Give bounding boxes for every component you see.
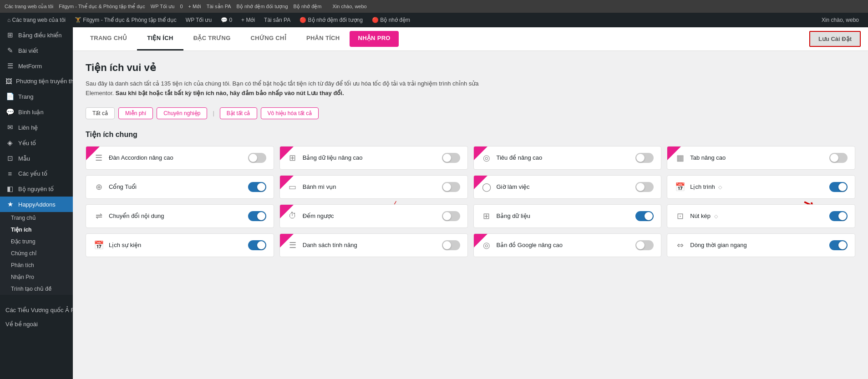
- content-switch-icon: ⇌: [93, 211, 104, 221]
- sidebar-label-metform: MetForm: [18, 63, 42, 70]
- toggle-event-cal[interactable]: [248, 240, 266, 250]
- tab-chung-chi[interactable]: CHỨNG CHỈ: [241, 27, 296, 51]
- toggle-h-timeline[interactable]: [829, 240, 848, 250]
- tab-tien-ich[interactable]: TIỆN ÍCH: [137, 27, 183, 51]
- sidebar-sub-label-nhan-pro: Nhận Pro: [11, 274, 34, 280]
- calendar-sub: ◇: [718, 184, 722, 190]
- event-cal-icon: 📅: [93, 240, 104, 250]
- sidebar-item-dashboard[interactable]: ⊞ Bảng điều khiển: [0, 27, 73, 43]
- sidebar-sub-theme[interactable]: Trình tạo chủ đề: [0, 283, 73, 295]
- admin-bar-fitgym[interactable]: 🏋 Fitgym - Thể dục & Phòng tập thể dục: [71, 13, 180, 27]
- widget-card-calendar: 📅 Lịch trình ◇: [667, 175, 855, 199]
- widget-grid-row4: 📅 Lịch sự kiện ☰ Danh sách tính năng: [86, 233, 855, 257]
- widget-name-google-map: Bản đồ Google nâng cao: [497, 242, 563, 248]
- browser-tab-2[interactable]: Fitgym - Thể dục & Phòng tập thể dục: [59, 4, 145, 10]
- browser-tab-5[interactable]: + Mới: [188, 4, 201, 10]
- widget-name-content-switch: Chuyển đổi nội dung: [109, 212, 164, 219]
- admin-bar-site[interactable]: ⌂ Các trang web của tôi: [4, 13, 69, 27]
- toggle-biz-hours[interactable]: [635, 182, 654, 192]
- sidebar-item-arab[interactable]: Các Tiểu Vương quốc Ả Rập Thống nhất: [0, 303, 73, 317]
- filter-disable-all[interactable]: Vô hiệu hóa tất cả: [261, 107, 319, 119]
- browser-tab-7[interactable]: Bộ nhớ đệm đối tượng: [237, 4, 288, 10]
- tab-dac-trung[interactable]: ĐẶC TRƯNG: [183, 27, 241, 51]
- sidebar-item-comments[interactable]: 💬 Bình luận: [0, 104, 73, 120]
- all-elements-icon: ≡: [5, 170, 15, 177]
- admin-bar-cache[interactable]: 🔴 Bộ nhớ đệm: [368, 13, 414, 27]
- admin-bar-comments[interactable]: 💬 0: [217, 13, 236, 27]
- sidebar-sub-tien-ich[interactable]: Tiện ích: [0, 224, 73, 236]
- sidebar-item-posts[interactable]: ✎ Bài viết: [0, 43, 73, 58]
- sidebar-label-elements: Yếu tố: [18, 140, 36, 147]
- main-layout: ⊞ Bảng điều khiển ✎ Bài viết ☰ MetForm 🖼…: [0, 27, 868, 379]
- sidebar-item-templates[interactable]: ⊡ Mẫu: [0, 151, 73, 166]
- filter-pro[interactable]: Chuyên nghiệp: [157, 107, 207, 119]
- widget-grid-row3: ⇌ Chuyển đổi nội dung ⏱ Đếm ngược ⊞: [86, 204, 855, 228]
- widget-card-left-h-timeline: ⇔ Dòng thời gian ngang: [675, 240, 746, 250]
- save-button[interactable]: Lưu Cài Đặt: [809, 31, 861, 47]
- widget-card-left-countdown: ⏱ Đếm ngược: [287, 211, 334, 221]
- sidebar-item-pages[interactable]: 📄 Trang: [0, 89, 73, 104]
- sidebar-item-elements[interactable]: ◈ Yếu tố: [0, 135, 73, 151]
- sidebar-label-contact: Liên hệ: [18, 124, 38, 131]
- toggle-accordion[interactable]: [248, 153, 266, 163]
- toggle-feature-list[interactable]: [442, 240, 460, 250]
- filter-enable-all[interactable]: Bật tất cả: [220, 107, 257, 119]
- sidebar-sub-nhan-pro[interactable]: Nhận Pro: [0, 271, 73, 283]
- widget-card-content-switch: ⇌ Chuyển đổi nội dung: [86, 204, 274, 228]
- sidebar-item-all-elements[interactable]: ≡ Các yếu tố: [0, 166, 73, 181]
- calendar-icon: 📅: [675, 182, 685, 192]
- tab-nhan-pro[interactable]: NHẬN PRO: [350, 31, 398, 47]
- pro-badge-breadcrumb: [280, 176, 294, 189]
- admin-bar-new[interactable]: + Mới: [238, 13, 259, 27]
- sidebar-item-media[interactable]: 🖼 Phương tiện truyền thông: [0, 74, 73, 89]
- toggle-google-map[interactable]: [635, 240, 654, 250]
- toggle-data-table[interactable]: [442, 153, 460, 163]
- toggle-dual-btn[interactable]: [829, 211, 848, 221]
- pro-badge-feature-list: [280, 234, 294, 248]
- browser-tab-3[interactable]: WP Tối ưu: [151, 4, 175, 10]
- browser-tab-4[interactable]: 0: [180, 4, 183, 9]
- toggle-tab[interactable]: [829, 153, 848, 163]
- originals-icon: ◧: [5, 185, 15, 193]
- sidebar-sub-phan-tich[interactable]: Phân tích: [0, 259, 73, 271]
- media-icon: 🖼: [5, 77, 12, 85]
- sidebar-item-exterior[interactable]: Về bề ngoài: [0, 317, 73, 331]
- sidebar-item-happyaddons[interactable]: ★ HappyAddons: [0, 197, 73, 212]
- toggle-content-switch[interactable]: [248, 211, 266, 221]
- browser-tab-1[interactable]: Các trang web của tôi: [5, 4, 53, 10]
- toggle-countdown[interactable]: [442, 211, 460, 221]
- widget-name-calendar: Lịch trình ◇: [690, 183, 722, 190]
- toggle-calendar[interactable]: [829, 182, 848, 192]
- filter-free[interactable]: Miễn phí: [118, 107, 153, 119]
- widget-name-event-cal: Lịch sự kiện: [109, 242, 141, 248]
- pages-icon: 📄: [5, 92, 15, 101]
- sidebar-sub-home[interactable]: Trang chủ: [0, 212, 73, 224]
- admin-bar-wp-optimize[interactable]: WP Tối ưu: [182, 13, 215, 27]
- sidebar-sub-dac-trung[interactable]: Đặc trưng: [0, 236, 73, 248]
- admin-bar-cache-obj[interactable]: 🔴 Bộ nhớ đệm đối tượng: [296, 13, 366, 27]
- widget-name-data-table2: Bảng dữ liệu: [497, 212, 531, 219]
- tab-phan-tich[interactable]: PHÂN TÍCH: [296, 27, 350, 51]
- section-title: Tiện ích chung: [86, 130, 855, 139]
- widget-card-tab: ▦ Tab nâng cao: [667, 146, 855, 170]
- browser-tab-6[interactable]: Tài sản PA: [207, 4, 231, 10]
- tab-trang-chu[interactable]: TRANG CHỦ: [80, 27, 137, 51]
- sidebar-item-contact[interactable]: ✉ Liên hệ: [0, 120, 73, 135]
- admin-bar-pa[interactable]: Tài sản PA: [260, 13, 294, 27]
- browser-tab-8[interactable]: Bộ nhớ đệm: [294, 4, 322, 10]
- toggle-data-table2[interactable]: [635, 211, 654, 221]
- widget-card-left-google-map: ◎ Bản đồ Google nâng cao: [481, 240, 563, 250]
- toggle-age-gate[interactable]: [248, 182, 266, 192]
- widget-name-dual-btn: Nút kép ◇: [690, 212, 717, 219]
- toggle-heading[interactable]: [635, 153, 654, 163]
- content-area: Tiện ích vui vẻ Sau đây là danh sách tất…: [73, 51, 868, 273]
- widget-card-left-heading: ◎ Tiêu đề nâng cao: [481, 153, 543, 163]
- dual-btn-sub: ◇: [714, 213, 718, 219]
- sidebar-sub-chung-chi[interactable]: Chứng chỉ: [0, 248, 73, 259]
- widget-card-left-breadcrumb: ▭ Bánh mì vụn: [287, 182, 336, 192]
- filter-all[interactable]: Tất cả: [86, 107, 115, 119]
- sidebar-item-metform[interactable]: ☰ MetForm: [0, 58, 73, 74]
- sidebar-item-originals[interactable]: ◧ Bộ nguyên tố: [0, 181, 73, 197]
- widget-card-countdown: ⏱ Đếm ngược: [279, 204, 468, 228]
- toggle-breadcrumb[interactable]: [442, 182, 460, 192]
